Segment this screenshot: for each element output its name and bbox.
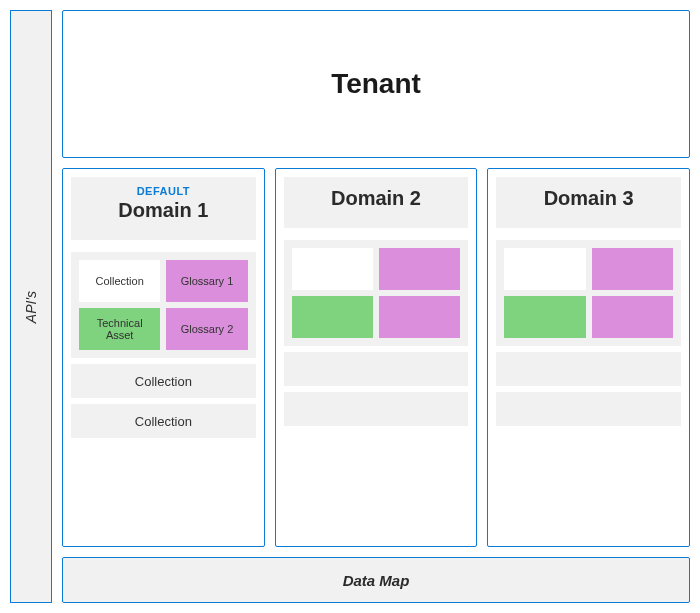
collection-detailed: Collection Glossary 1 Technical Asset Gl… — [71, 252, 256, 358]
data-map-label: Data Map — [343, 572, 410, 589]
domain-title: Domain 2 — [288, 187, 465, 210]
collection-row: Collection — [71, 404, 256, 438]
collection-cell — [292, 248, 373, 290]
collection-row — [496, 392, 681, 426]
domains-row: DEFAULT Domain 1 Collection Glossary 1 T… — [62, 168, 690, 547]
technical-asset-cell — [504, 296, 585, 338]
apis-panel: API's — [10, 10, 52, 603]
collection-detailed — [496, 240, 681, 346]
diagram-root: API's Tenant DEFAULT Domain 1 Collection… — [10, 10, 690, 603]
tenant-box: Tenant — [62, 10, 690, 158]
collection-group — [284, 240, 469, 426]
technical-asset-cell — [292, 296, 373, 338]
domain-title: Domain 3 — [500, 187, 677, 210]
domain-box: Domain 2 — [275, 168, 478, 547]
collection-row — [496, 352, 681, 386]
glossary-cell — [592, 296, 673, 338]
collection-group — [496, 240, 681, 426]
tenant-label: Tenant — [331, 68, 421, 100]
domain-badge: DEFAULT — [75, 185, 252, 197]
collection-row — [284, 352, 469, 386]
technical-asset-cell: Technical Asset — [79, 308, 160, 350]
collection-row: Collection — [71, 364, 256, 398]
glossary-cell — [379, 248, 460, 290]
apis-label: API's — [23, 290, 39, 322]
data-map-panel: Data Map — [62, 557, 690, 603]
domain-box: Domain 3 — [487, 168, 690, 547]
domain-header: Domain 2 — [284, 177, 469, 228]
domain-header: DEFAULT Domain 1 — [71, 177, 256, 240]
collection-detailed — [284, 240, 469, 346]
collection-label: Collection — [135, 414, 192, 429]
glossary-cell — [592, 248, 673, 290]
collection-group: Collection Glossary 1 Technical Asset Gl… — [71, 252, 256, 438]
collection-cell: Collection — [79, 260, 160, 302]
collection-label: Collection — [135, 374, 192, 389]
glossary-cell: Glossary 2 — [166, 308, 247, 350]
domain-title: Domain 1 — [75, 199, 252, 222]
domain-header: Domain 3 — [496, 177, 681, 228]
right-column: Tenant DEFAULT Domain 1 Collection Gloss… — [62, 10, 690, 603]
collection-cell — [504, 248, 585, 290]
domain-box: DEFAULT Domain 1 Collection Glossary 1 T… — [62, 168, 265, 547]
glossary-cell — [379, 296, 460, 338]
collection-row — [284, 392, 469, 426]
glossary-cell: Glossary 1 — [166, 260, 247, 302]
